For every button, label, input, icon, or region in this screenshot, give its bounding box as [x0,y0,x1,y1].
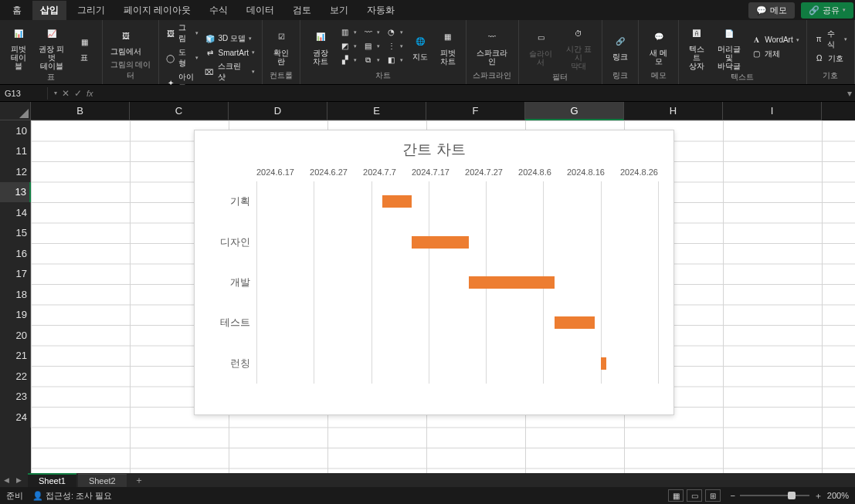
cancel-icon[interactable]: ✕ [62,88,70,99]
view-page-break-button[interactable]: ⊞ [705,489,721,502]
share-button[interactable]: 🔗 공유 ▾ [801,2,853,19]
table-button[interactable]: ▦ 표 [71,30,97,63]
row-header-20[interactable]: 20 [0,325,31,346]
fx-icon[interactable]: fx [87,89,93,98]
chart-combo-button[interactable]: ⧉▾ [361,54,382,66]
status-accessibility[interactable]: 👤 접근성: 조사 필요 [32,490,112,502]
tab-review[interactable]: 검토 [285,1,319,20]
add-sheet-button[interactable]: ＋ [128,474,150,487]
screenshot-button[interactable]: ⌧스크린샷▾ [202,60,257,83]
scroll-right-icon[interactable]: ▶ [12,474,25,486]
tab-insert[interactable]: 삽입 [32,1,66,20]
column-header-I[interactable]: I [723,102,822,120]
sparkline-button[interactable]: 〰 스파크라인 [471,25,514,67]
chart-pie-button[interactable]: ◔▾ [384,26,405,39]
recommended-charts-button[interactable]: 📊 권장 차트 [305,25,336,67]
header-footer-button[interactable]: 📄 머리글 및 바닥글 [711,22,747,72]
ribbon-group-label: 스파크라인 [471,70,514,83]
pivot-chart-button[interactable]: ▦ 피벗 차트 [435,25,461,67]
column-header-C[interactable]: C [130,102,229,120]
confirm-icon[interactable]: ✓ [74,88,82,99]
row-header-15[interactable]: 15 [0,223,31,244]
sheet-tab-1[interactable]: Sheet1 [28,473,76,487]
zoom-percent[interactable]: 200% [827,491,849,500]
chevron-down-icon: ▾ [843,7,846,13]
from-picture-button[interactable]: 🖼 그림에서 [107,24,144,57]
select-all-corner[interactable] [0,102,31,120]
column-header-B[interactable]: B [31,102,130,120]
chart-waterfall-button[interactable]: ▞▾ [338,54,359,66]
row-header-10[interactable]: 10 [0,120,31,141]
new-memo-button[interactable]: 💬 새 메모 [643,25,673,67]
timeline-button[interactable]: ⏱ 시간 표시 막대 [560,22,597,72]
column-header-D[interactable]: D [229,102,327,120]
sheet-tab-2[interactable]: Sheet2 [78,474,127,487]
link-button[interactable]: 🔗 링크 [607,29,633,63]
row-header-11[interactable]: 11 [0,141,31,162]
3d-model-button[interactable]: 🧊3D 모델▾ [202,32,257,45]
chart-scatter-button[interactable]: ⋮▾ [384,40,405,52]
scroll-left-icon[interactable]: ◀ [0,474,12,486]
wordart-button[interactable]: 𝐀WordArt▾ [748,34,802,46]
tab-layout[interactable]: 페이지 레이아웃 [116,1,198,20]
map-button[interactable]: 🌐 지도 [407,29,433,63]
tab-home[interactable]: 홈 [5,1,29,20]
textbox-button[interactable]: 🅰 텍스트 상자 [684,22,711,72]
share-label: 공유 [823,5,840,16]
row-header-17[interactable]: 17 [0,264,31,285]
row-header-18[interactable]: 18 [0,284,31,305]
row-header-23[interactable]: 23 [0,387,31,408]
row-header-22[interactable]: 22 [0,366,31,387]
view-page-layout-button[interactable]: ▭ [687,489,702,502]
row-header-24[interactable]: 24 [0,407,31,428]
gantt-chart-object[interactable]: 간트 차트 2024.6.172024.6.272024.7.72024.7.1… [194,130,674,415]
symbol-button[interactable]: Ω기호 [812,52,850,65]
checkbox-button[interactable]: ☑ 확인란 [267,25,295,67]
zoom-out-button[interactable]: − [730,491,735,500]
view-normal-button[interactable]: ▦ [668,489,684,502]
ribbon-group-label: 기호 [812,70,850,83]
recommended-pivot-button[interactable]: 📈 권장 피벗 테이블 [33,22,70,72]
tab-formulas[interactable]: 수식 [202,1,236,20]
pictures-button[interactable]: 🖼그림▾ [164,22,201,45]
object-button[interactable]: ▢개체 [748,48,802,60]
tab-automate[interactable]: 자동화 [359,1,402,20]
chart-bar-button[interactable]: ▥▾ [338,26,359,39]
slicer-button[interactable]: ▭ 슬라이서 [524,26,558,68]
ribbon-group-label: 차트 [305,70,461,83]
chart-stat-button[interactable]: ▤▾ [361,40,382,52]
formula-input[interactable] [100,86,844,101]
shapes-button[interactable]: ◯도형▾ [164,46,201,69]
shapes-icon: ◯ [166,52,175,63]
zoom-slider[interactable] [740,495,809,496]
chart-gridline [658,181,659,384]
formula-bar: G13 ▾ ✕ ✓ fx ▾ [0,85,855,102]
cell-grid[interactable]: 간트 차트 2024.6.172024.6.272024.7.72024.7.1… [31,120,855,473]
row-header-14[interactable]: 14 [0,202,31,223]
column-header-F[interactable]: F [426,102,525,120]
column-header-E[interactable]: E [327,102,426,120]
row-header-13[interactable]: 13 [0,182,31,203]
wordart-icon: 𝐀 [751,35,762,46]
tab-draw[interactable]: 그리기 [70,1,113,20]
column-header-G[interactable]: G [525,102,624,120]
tab-view[interactable]: 보기 [322,1,356,20]
row-header-12[interactable]: 12 [0,161,31,182]
row-header-21[interactable]: 21 [0,346,31,367]
name-box-dropdown-icon[interactable]: ▾ [54,90,57,96]
cube-icon: 🧊 [205,33,215,44]
pivot-table-button[interactable]: 📊 피벗 테이블 [5,22,32,72]
chart-line-button[interactable]: 〰▾ [361,26,382,39]
column-header-H[interactable]: H [624,102,723,120]
equation-button[interactable]: π수식▾ [812,28,850,51]
smartart-button[interactable]: ⇄SmartArt▾ [202,46,257,59]
row-header-19[interactable]: 19 [0,305,31,326]
chart-surface-button[interactable]: ◧▾ [384,54,405,66]
memo-button[interactable]: 💬 메모 [748,2,795,19]
formula-bar-expand-icon[interactable]: ▾ [844,88,855,99]
zoom-in-button[interactable]: ＋ [814,490,823,502]
tab-data[interactable]: 데이터 [239,1,282,20]
name-box[interactable]: G13 [0,87,48,100]
chart-hierarchy-button[interactable]: ◩▾ [338,40,359,52]
row-header-16[interactable]: 16 [0,243,31,264]
